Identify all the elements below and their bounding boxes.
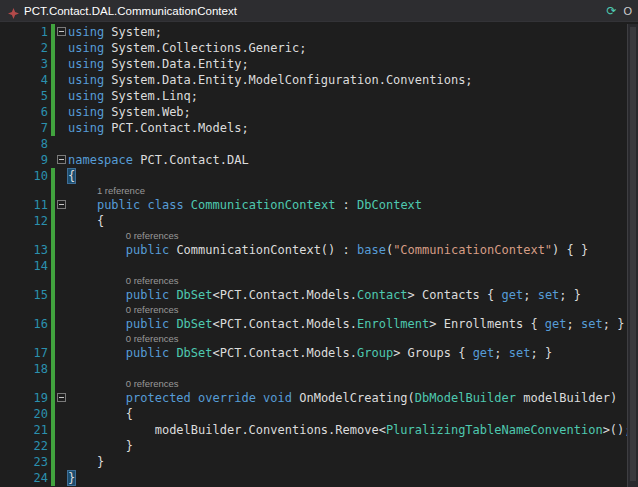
code-line[interactable]: 6using System.Web; [0,104,627,120]
collapse-icon[interactable] [57,200,66,209]
codelens-label[interactable]: 0 references [68,377,179,390]
code-token[interactable]: public [97,198,140,212]
code-token[interactable]: ; [567,317,581,331]
code-token[interactable]: Enrollment [357,317,429,331]
fold-margin[interactable] [55,390,68,406]
code-token[interactable]: using [68,105,104,119]
code-text[interactable]: using System.Collections.Generic; [68,40,306,56]
toolbar-letter-icon[interactable]: O [623,5,632,17]
code-token[interactable] [68,346,126,360]
code-text[interactable]: using System.Linq; [68,88,198,104]
line-number[interactable]: 10 [0,168,48,184]
fold-margin[interactable] [55,197,68,213]
fold-margin[interactable] [55,152,68,168]
line-number[interactable]: 7 [0,120,48,136]
line-number[interactable]: 12 [0,213,48,229]
code-line[interactable]: 4using System.Data.Entity.ModelConfigura… [0,72,627,88]
code-line[interactable]: 1using System; [0,24,627,40]
document-tab[interactable]: PCT.Contact.DAL.CommunicationContext [4,0,241,22]
codelens-label[interactable]: 1 reference [68,184,145,197]
code-text[interactable]: public class CommunicationContext : DbCo… [68,197,422,213]
code-line[interactable]: 23 } [0,454,627,470]
code-token[interactable]: DbSet [176,288,212,302]
code-token[interactable]: } [68,471,75,485]
code-text[interactable]: { [68,213,104,229]
line-number[interactable]: 11 [0,197,48,213]
code-token[interactable]: DbModelBuilder [415,391,516,405]
code-line[interactable]: 7using PCT.Contact.Models; [0,120,627,136]
code-token[interactable]: ; } [559,288,581,302]
code-line[interactable]: 14 [0,258,627,274]
line-number[interactable]: 2 [0,40,48,56]
code-token[interactable]: namespace [68,153,133,167]
code-token[interactable]: System.Collections.Generic; [104,41,306,55]
code-text[interactable]: namespace PCT.Contact.DAL [68,152,249,168]
code-token[interactable]: void [263,391,292,405]
code-token[interactable]: override [198,391,256,405]
code-text[interactable]: using System.Data.Entity.ModelConfigurat… [68,72,473,88]
line-number[interactable]: 4 [0,72,48,88]
code-token[interactable]: set [581,317,603,331]
line-number[interactable]: 20 [0,406,48,422]
fold-margin[interactable] [55,24,68,40]
code-text[interactable]: using System.Data.Entity; [68,56,249,72]
code-token[interactable]: public [126,346,169,360]
code-token[interactable]: protected [126,391,191,405]
scrollbar-thumb[interactable] [630,27,636,481]
code-line[interactable]: 20 { [0,406,627,422]
code-line[interactable]: 12 { [0,213,627,229]
code-token[interactable]: Group [357,346,393,360]
collapse-icon[interactable] [57,27,66,36]
code-token[interactable]: OnModelCreating( [292,391,415,405]
code-token[interactable]: > Enrollments { [429,317,545,331]
code-token[interactable]: : [335,198,357,212]
code-token[interactable]: public [126,317,169,331]
code-text[interactable]: modelBuilder.Conventions.Remove<Pluraliz… [68,422,627,438]
code-token[interactable]: <PCT.Contact.Models. [213,317,358,331]
code-token[interactable]: using [68,25,104,39]
code-line[interactable]: 19 protected override void OnModelCreati… [0,390,627,406]
code-text[interactable]: public DbSet<PCT.Contact.Models.Group> G… [68,345,552,361]
code-token[interactable]: System.Data.Entity; [104,57,249,71]
code-token[interactable]: > Groups { [393,346,472,360]
line-number[interactable]: 13 [0,242,48,258]
code-line[interactable]: 5using System.Linq; [0,88,627,104]
code-token[interactable]: DbSet [176,317,212,331]
line-number[interactable]: 8 [0,136,48,152]
code-token[interactable]: ; } [530,346,552,360]
code-token[interactable]: { [68,214,104,228]
code-token[interactable]: using [68,41,104,55]
line-number[interactable]: 16 [0,316,48,332]
code-token[interactable]: PCT.Contact.DAL [133,153,249,167]
code-editor[interactable]: 1using System;2using System.Collections.… [0,22,638,487]
codelens-label[interactable]: 0 references [68,229,179,242]
code-token[interactable]: DbSet [176,346,212,360]
code-token[interactable]: <PCT.Contact.Models. [213,288,358,302]
code-token[interactable]: using [68,89,104,103]
code-line[interactable]: 16 public DbSet<PCT.Contact.Models.Enrol… [0,316,627,332]
code-token[interactable]: ) { } [552,243,588,257]
code-text[interactable]: using System; [68,24,162,40]
code-token[interactable]: System.Data.Entity.ModelConfiguration.Co… [104,73,472,87]
code-token[interactable]: CommunicationContext [191,198,336,212]
code-text[interactable]: { [68,406,133,422]
code-text[interactable]: using PCT.Contact.Models; [68,120,249,136]
code-token[interactable]: CommunicationContext() : [169,243,357,257]
code-token[interactable] [191,391,198,405]
code-line[interactable]: 9namespace PCT.Contact.DAL [0,152,627,168]
line-number[interactable]: 6 [0,104,48,120]
code-text[interactable]: } [68,454,104,470]
code-text[interactable]: using System.Web; [68,104,191,120]
line-number[interactable]: 1 [0,24,48,40]
code-token[interactable] [68,288,126,302]
code-line[interactable]: 18 [0,361,627,377]
code-token[interactable]: } [68,455,104,469]
code-token[interactable]: >(); [603,423,627,437]
code-token[interactable] [256,391,263,405]
vertical-scrollbar[interactable] [627,24,638,487]
code-token[interactable]: ; [494,346,508,360]
code-line[interactable]: 13 public CommunicationContext() : base(… [0,242,627,258]
code-token[interactable]: get [545,317,567,331]
sync-icon[interactable]: ⟳ [606,4,616,18]
line-number[interactable]: 15 [0,287,48,303]
